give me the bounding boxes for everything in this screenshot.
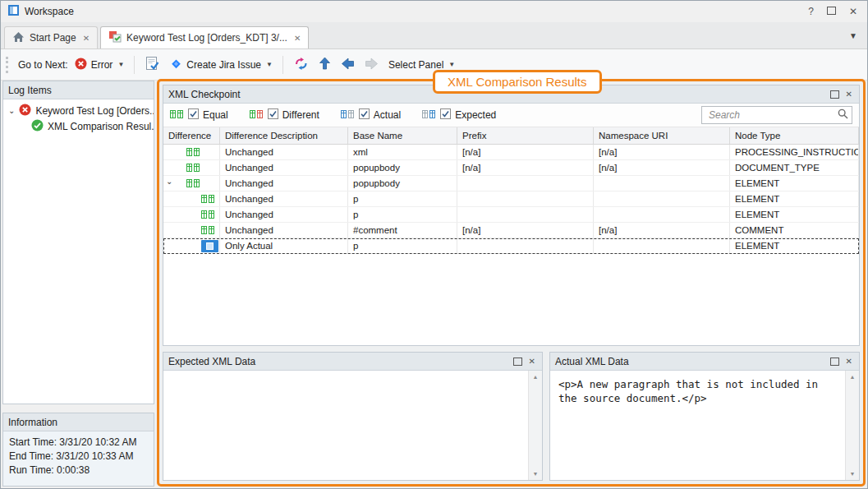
search-box[interactable] [701,106,852,124]
go-to-next-error-button[interactable]: Error ▼ [70,54,130,76]
base-name-cell: p [348,191,457,206]
namespace-uri-cell: [n/a] [594,145,730,159]
upload-results-button[interactable] [314,53,336,76]
expected-checkbox[interactable] [440,108,451,122]
app-icon [7,4,20,19]
tab-start-page[interactable]: Start Page ✕ [4,26,98,48]
scroll-up-icon[interactable]: ▲ [846,371,859,383]
equal-pair-icon [170,109,184,122]
base-name-cell: #comment [348,223,457,238]
base-name-cell: xml [348,145,457,159]
table-row[interactable]: ⌄UnchangedpopupbodyELEMENT [163,176,859,191]
search-input[interactable] [707,108,838,122]
close-panel-icon[interactable]: ✕ [529,357,535,366]
scroll-up-icon[interactable]: ▲ [529,371,542,383]
filter-different[interactable]: Different [250,108,319,122]
scroll-down-icon[interactable]: ▼ [529,468,542,480]
close-panel-icon[interactable]: ✕ [846,357,852,366]
go-to-next-label: Go to Next: [16,59,70,71]
filter-expected[interactable]: Expected [422,108,496,122]
different-checkbox[interactable] [268,108,278,122]
close-tab-icon[interactable]: ✕ [83,34,90,43]
scroll-down-icon[interactable]: ▼ [846,468,859,480]
maximize-icon [827,7,836,15]
difference-description-cell: Unchanged [220,160,348,175]
information-line: Run Time: 0:00:38 [9,464,148,477]
information-line: Start Time: 3/31/20 10:32 AM [9,436,148,450]
actual-label: Actual [374,109,401,121]
chevron-down-icon: ▼ [448,61,455,68]
restore-panel-icon[interactable] [830,90,839,99]
actual-xml-content: <p>A new paragraph that is not included … [550,371,859,480]
equal-icon [186,178,200,188]
node-type-cell: ELEMENT [730,207,859,222]
column-header[interactable]: Base Name [348,127,457,144]
difference-description-cell: Unchanged [220,145,348,159]
equal-checkbox[interactable] [188,108,199,122]
column-header[interactable]: Difference [163,127,220,144]
run-state-button[interactable] [288,53,314,76]
comparison-table: DifferenceDifference DescriptionBase Nam… [163,127,859,345]
base-name-cell: popupbody [348,160,457,175]
prefix-cell [457,238,594,253]
help-button[interactable]: ? [808,7,814,16]
next-result-button[interactable] [360,54,383,76]
prefix-cell [457,176,594,191]
equal-icon [201,225,215,235]
equal-label: Equal [203,109,228,121]
difference-cell [163,145,220,159]
vertical-scrollbar[interactable]: ▲ ▼ [845,371,859,480]
table-row[interactable]: Only ActualpELEMENT [163,238,859,254]
post-issue-button[interactable] [140,53,165,77]
xml-checkpoint-title: XML Checkpoint [168,89,241,100]
previous-result-button[interactable] [336,54,360,76]
filter-equal[interactable]: Equal [170,108,228,122]
table-row[interactable]: Unchangedxml[n/a][n/a]PROCESSING_INSTRUC… [163,145,859,160]
difference-description-cell: Unchanged [220,191,348,206]
chevron-down-icon[interactable]: ⌄ [166,177,172,186]
expected-pair-icon [422,109,436,122]
close-panel-icon[interactable]: ✕ [846,90,852,99]
maximize-button[interactable] [827,7,836,16]
filter-toolbar: EqualDifferentActualExpected [163,104,859,127]
column-header[interactable]: Namespace URI [594,127,730,144]
namespace-uri-cell: [n/a] [594,223,730,238]
filter-actual[interactable]: Actual [341,108,401,122]
table-row[interactable]: UnchangedpELEMENT [163,207,859,223]
toolbar-grip[interactable] [6,57,11,73]
close-button[interactable]: ✕ [849,7,857,16]
column-header[interactable]: Prefix [457,127,594,144]
create-jira-issue-button[interactable]: Create Jira Issue ▼ [165,54,278,76]
tab-keyword-test-log[interactable]: Keyword Test Log [Orders_KDT] 3/... ✕ [100,26,309,48]
table-row[interactable]: UnchangedpELEMENT [163,191,859,207]
restore-panel-icon[interactable] [830,358,839,366]
filter-items: EqualDifferentActualExpected [170,108,517,122]
expected-panel-header: Expected XML Data ✕ [163,353,542,371]
different-label: Different [282,109,319,121]
expected-label: Expected [455,109,496,121]
restore-panel-icon[interactable] [513,358,522,366]
column-header[interactable]: Difference Description [220,127,348,144]
information-title: Information [8,417,57,428]
vertical-scrollbar[interactable]: ▲ ▼ [528,371,542,480]
error-icon [75,58,87,72]
column-header[interactable]: Node Type [730,127,859,144]
xml-comparison-results-area: XML Checkpoint ✕ EqualDifferentActualExp… [157,79,866,487]
left-arrow-icon [341,58,355,72]
node-type-cell: COMMENT [730,223,859,238]
table-row[interactable]: Unchanged#comment[n/a][n/a]COMMENT [163,223,859,238]
create-jira-label: Create Jira Issue [186,59,261,71]
log-items-title: Log Items [8,85,52,96]
close-tab-icon[interactable]: ✕ [294,34,301,43]
base-name-cell: p [348,238,457,253]
difference-description-cell: Unchanged [220,223,348,238]
tab-list-chevron-icon[interactable]: ▼ [843,31,864,40]
actual-checkbox[interactable] [359,108,370,122]
log-tree-item[interactable]: XML Comparison Resul... [3,118,154,134]
log-tree-item-label: Keyword Test Log [Orders... [35,105,154,117]
chevron-down-icon[interactable]: ⌄ [8,106,15,115]
table-row[interactable]: Unchangedpopupbody[n/a][n/a]DOCUMENT_TYP… [163,160,859,176]
log-tree-item[interactable]: ⌄Keyword Test Log [Orders... [3,103,154,118]
search-icon[interactable] [838,108,848,122]
tab-label: Start Page [30,32,76,44]
